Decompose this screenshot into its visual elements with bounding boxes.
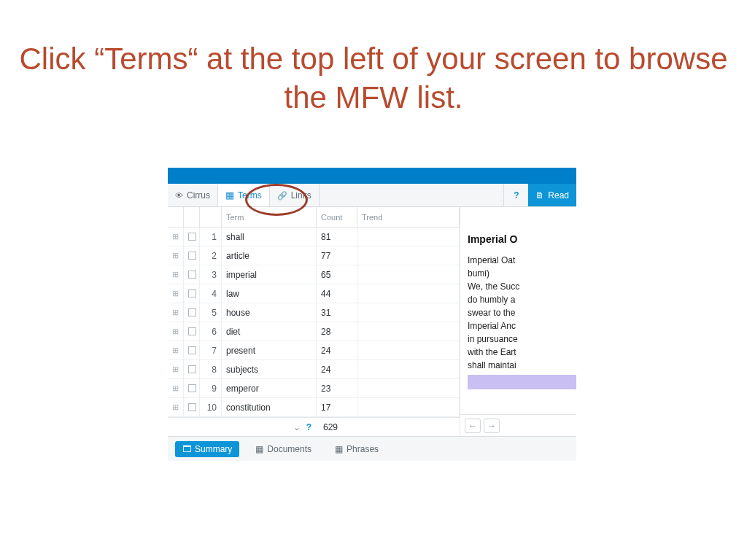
reader-line: in pursuance — [468, 332, 576, 346]
expand-icon[interactable] — [168, 228, 184, 246]
row-count: 17 — [317, 398, 357, 416]
row-trend — [357, 246, 460, 265]
row-count: 31 — [317, 303, 357, 322]
row-term: present — [222, 341, 317, 359]
reader-button[interactable]: Read — [528, 184, 576, 206]
table-row[interactable]: 6diet28 — [168, 322, 460, 341]
help-button[interactable]: ? — [503, 184, 528, 206]
row-checkbox[interactable] — [184, 265, 200, 284]
reader-line: Imperial Oat — [468, 254, 576, 267]
table-row[interactable]: 10constitution17 — [168, 398, 460, 417]
expand-icon[interactable] — [168, 341, 184, 359]
row-rank: 6 — [200, 322, 222, 341]
row-term: law — [222, 284, 317, 303]
row-count: 24 — [317, 360, 357, 378]
table-row[interactable]: 3imperial65 — [168, 265, 460, 284]
expand-icon[interactable] — [168, 379, 184, 397]
col-count[interactable]: Count — [317, 207, 357, 227]
row-trend — [357, 322, 460, 341]
reader-title: Imperial O — [468, 233, 576, 245]
next-button[interactable]: → — [484, 419, 500, 433]
table-row[interactable]: 8subjects24 — [168, 360, 460, 379]
document-icon — [535, 190, 544, 201]
row-term: diet — [222, 322, 317, 341]
tab-terms[interactable]: Terms — [218, 184, 270, 206]
table-row[interactable]: 7present24 — [168, 341, 460, 360]
footer-help[interactable]: ? — [306, 422, 311, 432]
row-rank: 3 — [200, 265, 222, 284]
tab-links-label: Links — [291, 190, 311, 201]
reader-highlight — [468, 375, 576, 389]
row-count: 24 — [317, 341, 357, 359]
expand-icon[interactable] — [168, 303, 184, 322]
row-count: 81 — [317, 228, 357, 246]
table-row[interactable]: 5house31 — [168, 303, 460, 322]
reader-line: shall maintai — [468, 359, 576, 372]
row-count: 65 — [317, 265, 357, 284]
row-checkbox[interactable] — [184, 398, 200, 416]
row-term: emperor — [222, 379, 317, 397]
chevron-down-icon[interactable] — [293, 422, 301, 432]
row-trend — [357, 341, 460, 359]
col-term[interactable]: Term — [222, 207, 317, 227]
tab-summary[interactable]: Summary — [175, 441, 239, 457]
col-trend[interactable]: Trend — [357, 207, 460, 227]
card-icon — [182, 444, 191, 454]
tab-phrases[interactable]: Phrases — [328, 441, 386, 457]
table-row[interactable]: 1shall81 — [168, 228, 460, 246]
row-checkbox[interactable] — [184, 303, 200, 322]
eye-icon — [175, 190, 183, 201]
row-rank: 8 — [200, 360, 222, 378]
row-count: 23 — [317, 379, 357, 397]
row-checkbox[interactable] — [184, 322, 200, 341]
reader-button-label: Read — [548, 190, 569, 201]
tab-documents-label: Documents — [267, 444, 311, 454]
row-rank: 5 — [200, 303, 222, 322]
expand-icon[interactable] — [168, 322, 184, 341]
slide-headline: Click “Terms“ at the top left of your sc… — [0, 40, 747, 117]
expand-icon[interactable] — [168, 360, 184, 378]
screenshot-panel: Cirrus Terms Links ? Read — [168, 168, 576, 461]
reader-line: Imperial Anc — [468, 319, 576, 332]
prev-button[interactable]: ← — [465, 419, 481, 433]
row-rank: 9 — [200, 379, 222, 397]
tab-links[interactable]: Links — [270, 184, 320, 206]
row-count: 77 — [317, 246, 357, 265]
expand-icon[interactable] — [168, 284, 184, 303]
bottom-tab-bar: Summary Documents Phrases — [168, 436, 576, 461]
reader-body: Imperial Oatbumi)We, the Succdo humbly a… — [468, 254, 576, 389]
row-checkbox[interactable] — [184, 341, 200, 359]
row-trend — [357, 265, 460, 284]
row-term: imperial — [222, 265, 317, 284]
row-trend — [357, 303, 460, 322]
row-term: house — [222, 303, 317, 322]
row-checkbox[interactable] — [184, 228, 200, 246]
expand-icon[interactable] — [168, 265, 184, 284]
grid-icon — [335, 444, 343, 454]
reader-pager: ← → — [460, 414, 576, 436]
expand-icon[interactable] — [168, 246, 184, 265]
expand-icon[interactable] — [168, 398, 184, 416]
link-icon — [277, 190, 287, 201]
reader-line: do humbly a — [468, 293, 576, 306]
tab-documents[interactable]: Documents — [248, 441, 319, 457]
table-row[interactable]: 2article77 — [168, 246, 460, 265]
row-term: article — [222, 246, 317, 265]
tab-cirrus[interactable]: Cirrus — [168, 184, 218, 206]
row-checkbox[interactable] — [184, 360, 200, 378]
row-count: 28 — [317, 322, 357, 341]
table-row[interactable]: 9emperor23 — [168, 379, 460, 398]
tab-summary-label: Summary — [195, 444, 232, 454]
row-trend — [357, 284, 460, 303]
row-trend — [357, 379, 460, 397]
row-checkbox[interactable] — [184, 246, 200, 265]
table-row[interactable]: 4law44 — [168, 284, 460, 303]
grid-icon — [255, 444, 263, 454]
row-term: constitution — [222, 398, 317, 416]
footer-total: 629 — [317, 422, 338, 432]
reader-line: with the Eart — [468, 346, 576, 359]
row-checkbox[interactable] — [184, 284, 200, 303]
row-count: 44 — [317, 284, 357, 303]
row-rank: 7 — [200, 341, 222, 359]
row-checkbox[interactable] — [184, 379, 200, 397]
